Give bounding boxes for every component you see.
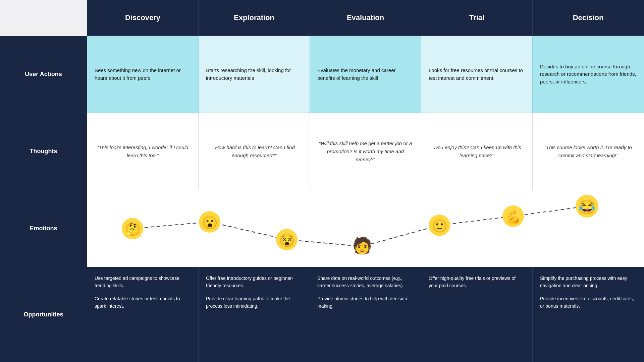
phase-trial-header: Trial — [421, 0, 533, 36]
phase-decision-header: Decision — [533, 0, 644, 36]
thought-decision: “This course looks worth it. I’m ready t… — [533, 113, 644, 190]
thought-evaluation: “Will this skill help me get a better jo… — [310, 113, 421, 190]
emoji-thinking: 🤔 — [125, 222, 141, 237]
user-action-evaluation: Evaluates the monetary and career benefi… — [310, 36, 421, 113]
opportunity-exploration: Offer free introductory guides or beginn… — [199, 267, 310, 362]
user-actions-label: User Actions — [0, 36, 87, 113]
opportunity-decision: Simplify the purchasing process with eas… — [533, 267, 644, 362]
thought-discovery: “This looks interesting; I wonder if I c… — [87, 113, 199, 190]
user-action-decision: Decides to buy an online course through … — [533, 36, 644, 113]
user-action-trial: Looks for free resources or trial course… — [421, 36, 533, 113]
user-action-exploration: Starts researching the skill, looking fo… — [199, 36, 310, 113]
emoji-strong: 💪 — [505, 209, 522, 225]
thought-trial: “Do I enjoy this? Can I keep up with thi… — [421, 113, 533, 190]
phase-exploration-header: Exploration — [199, 0, 310, 36]
phase-evaluation-header: Evaluation — [310, 0, 421, 36]
journey-map: Discovery Exploration Evaluation Trial D… — [0, 0, 644, 362]
emotions-svg: 🤔 😮 😵 🧑 🙂 💪 😂 — [87, 190, 644, 267]
user-action-discovery: Sees something new on the internet or he… — [87, 36, 199, 113]
emotions-content: 🤔 😮 😵 🧑 🙂 💪 😂 — [87, 190, 644, 267]
opportunity-trial: Offer high-quality free trials or previe… — [421, 267, 533, 362]
opportunity-evaluation: Share data on real-world outcomes (e.g.,… — [310, 267, 421, 362]
thoughts-label: Thoughts — [0, 113, 87, 190]
thought-exploration: “How hard is this to learn? Can I find e… — [199, 113, 310, 190]
header-empty — [0, 0, 87, 36]
emoji-surprised: 😮 — [202, 215, 218, 230]
emotions-label: Emotions — [0, 190, 87, 267]
emoji-dizzy: 😵 — [279, 233, 295, 248]
emoji-laughing: 😂 — [578, 199, 596, 216]
phase-discovery-header: Discovery — [87, 0, 199, 36]
emoji-happy: 🙂 — [432, 218, 448, 234]
opportunity-discovery: Use targeted ad campaigns to showcase tr… — [87, 267, 199, 362]
emoji-person: 🧑 — [352, 236, 372, 255]
opportunities-label: Opportunities — [0, 267, 87, 362]
